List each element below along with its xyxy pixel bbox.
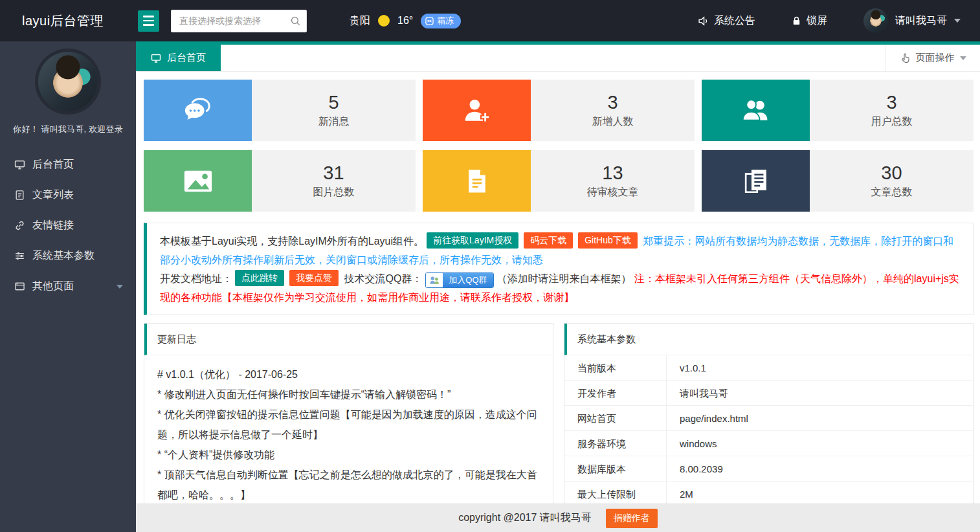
github-download-button[interactable]: GitHub下载	[578, 232, 638, 249]
tab-content: 5 新消息 3 新增人数	[136, 72, 980, 504]
stat-value: 31	[323, 162, 344, 184]
top-header: layui后台管理 贵阳 16° 霜冻 系统公告 锁屏 请叫我马哥	[0, 0, 980, 41]
sidebar: 你好！ 请叫我马哥, 欢迎登录 后台首页 文章列表 友情链接 系统基本参数	[0, 41, 136, 532]
param-value: page/index.html	[667, 406, 748, 430]
table-row: 服务器环境 windows	[564, 431, 973, 456]
system-params-table: 当前版本 v1.0.1 开发作者 请叫我马哥 网站首页 page/index.h…	[564, 355, 973, 504]
changelog-line: * 顶部天气信息自动判断位置【忘记之前是怎么想的做成北京的了，可能是我在大首都吧…	[157, 465, 540, 504]
stat-card-total-users[interactable]: 3 用户总数	[702, 80, 974, 141]
doc-jump-button[interactable]: 点此跳转	[235, 270, 284, 286]
notice-intro-text: 本模板基于Layui实现，支持除LayIM外所有的Layui组件。	[160, 236, 424, 247]
speaker-icon	[698, 16, 709, 27]
stat-card-new-users[interactable]: 3 新增人数	[423, 80, 695, 141]
footer: copyright @2017 请叫我马哥 捐赠作者	[136, 504, 980, 532]
table-row: 最大上传限制 2M	[564, 482, 973, 504]
changelog-panel: 更新日志 # v1.0.1（优化） - 2017-06-25 * 修改刚进入页面…	[144, 323, 553, 504]
param-label: 网站首页	[564, 406, 667, 430]
pages-icon	[14, 281, 25, 292]
gitee-download-button[interactable]: 码云下载	[524, 232, 573, 249]
users-icon	[702, 80, 810, 141]
stat-info: 3 新增人数	[531, 80, 695, 141]
stat-card-total-articles[interactable]: 30 文章总数	[702, 150, 974, 212]
stat-label: 新消息	[318, 115, 350, 129]
weather-temp: 16°	[397, 15, 413, 27]
lock-label: 锁屏	[807, 14, 827, 28]
username: 请叫我马哥	[895, 14, 947, 28]
stat-value: 5	[328, 92, 339, 113]
image-icon	[144, 150, 252, 212]
search-icon[interactable]	[290, 16, 301, 27]
tab-label: 后台首页	[167, 52, 206, 64]
sidebar-item-label: 其他页面	[32, 280, 74, 293]
param-value: v1.0.1	[667, 355, 706, 380]
stat-value: 3	[886, 92, 896, 113]
sidebar-item-links[interactable]: 友情链接	[0, 210, 136, 241]
param-value: 请叫我马哥	[667, 381, 728, 405]
table-row: 数据库版本 8.00.2039	[564, 456, 973, 482]
stat-info: 5 新消息	[252, 80, 416, 141]
join-qq-button[interactable]: 加入QQ群	[443, 273, 493, 287]
stat-value: 3	[607, 92, 618, 113]
qq-note-text: （添加时请注明来自本框架）	[497, 273, 632, 284]
sidebar-item-label: 友情链接	[32, 219, 74, 232]
hand-pointer-icon	[900, 53, 911, 63]
lock-screen-button[interactable]: 锁屏	[792, 14, 827, 28]
param-label: 服务器环境	[564, 431, 667, 456]
sidebar-item-params[interactable]: 系统基本参数	[0, 241, 136, 271]
announcement-button[interactable]: 系统公告	[698, 14, 755, 28]
app-logo: layui后台管理	[0, 12, 136, 30]
user-avatar[interactable]	[863, 8, 888, 33]
stat-card-images[interactable]: 31 图片总数	[144, 150, 416, 212]
system-params-panel: 系统基本参数 当前版本 v1.0.1 开发作者 请叫我马哥 网站	[564, 323, 974, 504]
menu-toggle-button[interactable]	[138, 10, 159, 32]
changelog-title: 更新日志	[144, 324, 553, 355]
weather-city: 贵阳	[350, 14, 370, 28]
table-row: 开发作者 请叫我马哥	[564, 381, 973, 406]
profile-avatar[interactable]	[38, 52, 98, 111]
document-icon	[14, 190, 25, 201]
greeting-text: 你好！ 请叫我马哥, 欢迎登录	[0, 124, 136, 135]
like-button[interactable]: 我要点赞	[289, 270, 339, 286]
copyright-text: copyright @2017 请叫我马哥	[458, 511, 592, 525]
stat-label: 用户总数	[871, 115, 913, 129]
page-actions-dropdown[interactable]: 页面操作	[885, 45, 980, 71]
page-actions-label: 页面操作	[916, 52, 955, 64]
desktop-icon	[151, 53, 161, 63]
weather-condition-badge: 霜冻	[421, 14, 461, 28]
changelog-line: # v1.0.1（优化） - 2017-06-25	[157, 364, 540, 384]
tab-home[interactable]: 后台首页	[136, 45, 221, 71]
files-icon	[702, 150, 810, 212]
stat-card-pending-articles[interactable]: 13 待审核文章	[423, 150, 695, 212]
stat-info: 31 图片总数	[252, 150, 416, 212]
chevron-down-icon	[954, 19, 961, 23]
desktop-icon	[14, 159, 25, 170]
user-menu[interactable]: 请叫我马哥	[863, 8, 961, 33]
stat-info: 30 文章总数	[810, 150, 974, 212]
sidebar-item-label: 系统基本参数	[32, 249, 95, 263]
chevron-down-icon	[117, 285, 123, 289]
stat-label: 新增人数	[592, 115, 634, 129]
stat-card-messages[interactable]: 5 新消息	[144, 80, 416, 141]
file-text-icon	[423, 150, 531, 212]
donate-button[interactable]: 捐赠作者	[606, 509, 658, 528]
sidebar-item-other[interactable]: 其他页面	[0, 271, 136, 302]
notice-panel: 本模板基于Layui实现，支持除LayIM外所有的Layui组件。前往获取Lay…	[144, 223, 974, 315]
stat-label: 文章总数	[871, 186, 913, 199]
lock-icon	[792, 16, 801, 26]
changelog-line: * 修改刚进入页面无任何操作时按回车键提示“请输入解锁密码！”	[157, 384, 540, 405]
search-box[interactable]	[171, 10, 307, 32]
stat-info: 3 用户总数	[810, 80, 974, 141]
param-label: 数据库版本	[564, 456, 667, 481]
layim-auth-button[interactable]: 前往获取LayIM授权	[427, 232, 518, 249]
search-input[interactable]	[171, 10, 307, 32]
main-area: 后台首页 页面操作 5	[136, 41, 980, 532]
changelog-line: * 优化关闭弹窗按钮的提示信息位置问题【可能是因为加载速度的原因，造成这个问题，…	[157, 405, 540, 445]
stat-label: 图片总数	[313, 186, 355, 199]
sidebar-item-home[interactable]: 后台首页	[0, 150, 136, 180]
stat-cards: 5 新消息 3 新增人数	[144, 80, 974, 212]
sidebar-item-articles[interactable]: 文章列表	[0, 180, 136, 210]
stat-info: 13 待审核文章	[531, 150, 695, 212]
param-label: 最大上传限制	[564, 482, 667, 504]
qq-group-badge[interactable]: 加入QQ群	[425, 272, 493, 288]
chevron-down-icon	[960, 56, 966, 60]
